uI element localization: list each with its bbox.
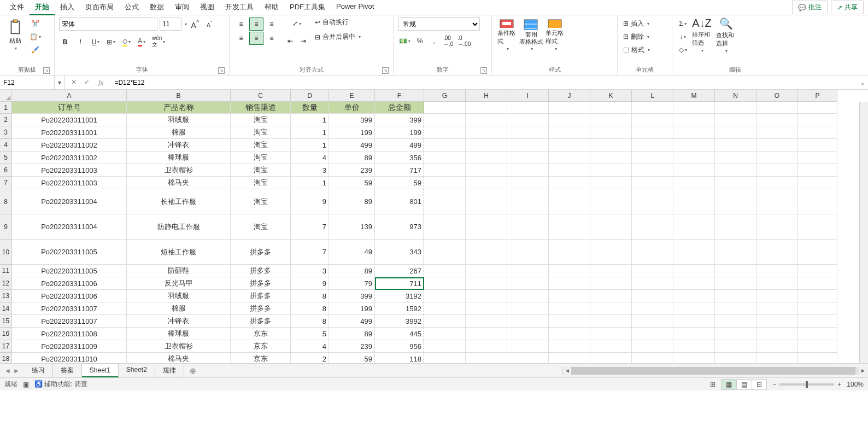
cell-A10[interactable]: Po202203311005 xyxy=(12,240,127,265)
cell-K4[interactable] xyxy=(590,139,632,151)
row-header-17[interactable]: 17 xyxy=(0,340,12,353)
cell-H5[interactable] xyxy=(466,151,507,164)
cell-I9[interactable] xyxy=(507,214,549,240)
autosum-button[interactable]: Σ▾ xyxy=(677,18,689,30)
col-header-D[interactable]: D xyxy=(291,90,329,102)
cell-B8[interactable]: 长袖工作服 xyxy=(127,189,231,214)
cell-M14[interactable] xyxy=(673,302,715,315)
cell-A18[interactable]: Po202203311010 xyxy=(12,353,127,363)
cell-M13[interactable] xyxy=(673,290,715,302)
row-header-6[interactable]: 6 xyxy=(0,164,12,177)
cell-O13[interactable] xyxy=(756,290,798,302)
cell-P6[interactable] xyxy=(798,164,837,177)
cell-D10[interactable]: 7 xyxy=(291,240,329,265)
cell-L2[interactable] xyxy=(632,114,673,126)
share-button[interactable]: ↗ 共享 xyxy=(831,1,864,14)
row-header-3[interactable]: 3 xyxy=(0,126,12,139)
cell-G7[interactable] xyxy=(424,177,466,189)
cell-B6[interactable]: 卫衣帽衫 xyxy=(127,164,231,177)
sheet-tab-答案[interactable]: 答案 xyxy=(53,364,82,377)
cell-J7[interactable] xyxy=(549,177,590,189)
cell-C4[interactable]: 淘宝 xyxy=(231,139,291,151)
cell-M8[interactable] xyxy=(673,189,715,214)
cell-F15[interactable]: 3992 xyxy=(375,315,424,328)
menu-视图[interactable]: 视图 xyxy=(195,0,220,15)
cell-E2[interactable]: 399 xyxy=(329,114,375,126)
cell-D9[interactable]: 7 xyxy=(291,214,329,240)
cell-I3[interactable] xyxy=(507,126,549,139)
row-header-16[interactable]: 16 xyxy=(0,328,12,340)
cell-N5[interactable] xyxy=(715,151,756,164)
cell-E12[interactable]: 79 xyxy=(329,277,375,290)
cell-G11[interactable] xyxy=(424,265,466,277)
col-header-B[interactable]: B xyxy=(127,90,231,102)
cell-M6[interactable] xyxy=(673,164,715,177)
cell-J16[interactable] xyxy=(549,328,590,340)
cell-N13[interactable] xyxy=(715,290,756,302)
cell-G10[interactable] xyxy=(424,240,466,265)
cell-O6[interactable] xyxy=(756,164,798,177)
cell-D6[interactable]: 3 xyxy=(291,164,329,177)
cell-P15[interactable] xyxy=(798,315,837,328)
menu-开始[interactable]: 开始 xyxy=(30,0,55,15)
cell-A13[interactable]: Po202203311006 xyxy=(12,290,127,302)
zoom-level[interactable]: 100% xyxy=(847,381,864,388)
page-layout-view-button[interactable]: ▤ xyxy=(736,379,752,390)
insert-cells-button[interactable]: ⊞插入▾ xyxy=(622,18,667,30)
cell-N14[interactable] xyxy=(715,302,756,315)
fx-label[interactable]: fx xyxy=(95,78,107,87)
cell-N8[interactable] xyxy=(715,189,756,214)
cell-M16[interactable] xyxy=(673,328,715,340)
align-top-button[interactable]: ≡ xyxy=(234,18,248,31)
cell-I11[interactable] xyxy=(507,265,549,277)
cell-O18[interactable] xyxy=(756,353,798,363)
cell-A1[interactable]: 订单号 xyxy=(12,102,127,114)
sheet-tab-Sheet2[interactable]: Sheet2 xyxy=(119,364,155,377)
cell-J13[interactable] xyxy=(549,290,590,302)
cell-L13[interactable] xyxy=(632,290,673,302)
cell-C7[interactable]: 淘宝 xyxy=(231,177,291,189)
cell-C1[interactable]: 销售渠道 xyxy=(231,102,291,114)
cell-B7[interactable]: 棉马夹 xyxy=(127,177,231,189)
zoom-slider-track[interactable] xyxy=(779,383,834,386)
cell-H11[interactable] xyxy=(466,265,507,277)
cell-L9[interactable] xyxy=(632,214,673,240)
align-middle-button[interactable]: ≡ xyxy=(249,18,263,31)
cell-F17[interactable]: 956 xyxy=(375,340,424,353)
cell-N7[interactable] xyxy=(715,177,756,189)
cell-D18[interactable]: 2 xyxy=(291,353,329,363)
zoom-out-button[interactable]: − xyxy=(772,381,776,388)
cell-F12[interactable]: 711 xyxy=(375,277,424,290)
increase-decimal-button[interactable]: .00←.0 xyxy=(442,34,454,48)
cell-B5[interactable]: 棒球服 xyxy=(127,151,231,164)
cell-I13[interactable] xyxy=(507,290,549,302)
cell-P14[interactable] xyxy=(798,302,837,315)
cell-O4[interactable] xyxy=(756,139,798,151)
cell-F14[interactable]: 1592 xyxy=(375,302,424,315)
cell-A3[interactable]: Po202203311001 xyxy=(12,126,127,139)
cell-K10[interactable] xyxy=(590,240,632,265)
cell-O10[interactable] xyxy=(756,240,798,265)
cell-H7[interactable] xyxy=(466,177,507,189)
cell-P10[interactable] xyxy=(798,240,837,265)
menu-数据[interactable]: 数据 xyxy=(144,0,169,15)
cell-K9[interactable] xyxy=(590,214,632,240)
col-header-E[interactable]: E xyxy=(329,90,375,102)
cell-A12[interactable]: Po202203311006 xyxy=(12,277,127,290)
cell-P18[interactable] xyxy=(798,353,837,363)
cell-K13[interactable] xyxy=(590,290,632,302)
cell-P9[interactable] xyxy=(798,214,837,240)
cell-B11[interactable]: 防砸鞋 xyxy=(127,265,231,277)
menu-审阅[interactable]: 审阅 xyxy=(169,0,195,15)
cell-J11[interactable] xyxy=(549,265,590,277)
cell-A17[interactable]: Po202203311009 xyxy=(12,340,127,353)
sheet-tab-练习[interactable]: 练习 xyxy=(24,364,53,377)
cell-L17[interactable] xyxy=(632,340,673,353)
col-header-F[interactable]: F xyxy=(375,90,424,102)
cell-N10[interactable] xyxy=(715,240,756,265)
cell-L1[interactable] xyxy=(632,102,673,114)
cell-G8[interactable] xyxy=(424,189,466,214)
decrease-font-button[interactable]: Aˇ xyxy=(203,18,215,30)
font-color-button[interactable]: A▾ xyxy=(136,36,148,48)
cell-M18[interactable] xyxy=(673,353,715,363)
